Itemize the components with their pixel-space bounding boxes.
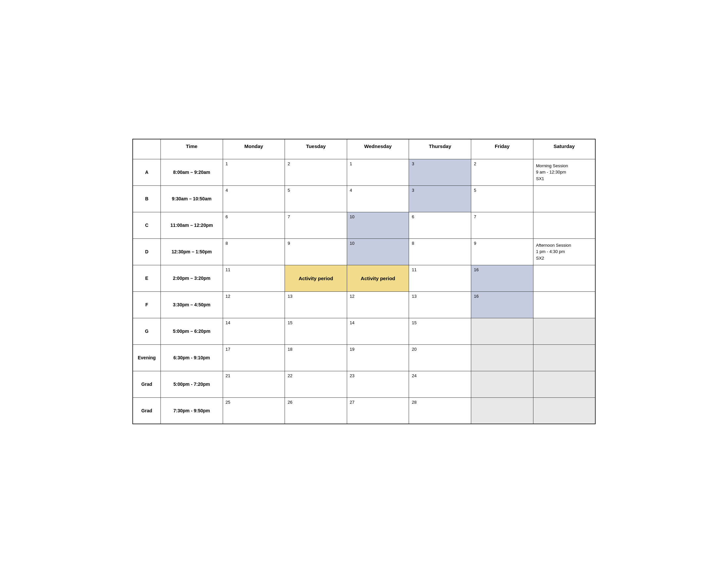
row-label: A	[133, 159, 160, 185]
cell-friday	[471, 345, 533, 371]
schedule-table: Time Monday Tuesday Wednesday Thursday F…	[132, 139, 596, 424]
cell-tuesday: 9	[285, 238, 347, 265]
table-row: E2:00pm – 3:20pm11Activity periodActivit…	[133, 265, 595, 292]
cell-wednesday: 10	[347, 212, 409, 238]
cell-wednesday: 10	[347, 238, 409, 265]
time-cell: 8:00am – 9:20am	[160, 159, 223, 185]
header-monday: Monday	[223, 139, 285, 159]
cell-tuesday: Activity period	[285, 265, 347, 292]
header-thursday: Thursday	[409, 139, 471, 159]
cell-thursday: 24	[409, 371, 471, 398]
cell-saturday: Morning Session9 am - 12:30pmSX1	[533, 159, 595, 185]
cell-monday: 11	[223, 265, 285, 292]
time-cell: 11:00am – 12:20pm	[160, 212, 223, 238]
row-label: Grad	[133, 371, 160, 398]
time-cell: 7:30pm - 9:50pm	[160, 398, 223, 424]
cell-monday: 17	[223, 345, 285, 371]
table-row: D12:30pm – 1:50pm891089Afternoon Session…	[133, 238, 595, 265]
table-row: C11:00am – 12:20pm671067	[133, 212, 595, 238]
cell-friday: 16	[471, 265, 533, 292]
row-label: Grad	[133, 398, 160, 424]
time-cell: 9:30am – 10:50am	[160, 185, 223, 212]
header-wednesday: Wednesday	[347, 139, 409, 159]
cell-friday: 2	[471, 159, 533, 185]
time-cell: 5:00pm - 7:20pm	[160, 371, 223, 398]
row-label: B	[133, 185, 160, 212]
row-label: E	[133, 265, 160, 292]
cell-monday: 8	[223, 238, 285, 265]
cell-tuesday: 22	[285, 371, 347, 398]
cell-thursday: 28	[409, 398, 471, 424]
cell-wednesday: 14	[347, 318, 409, 345]
header-saturday: Saturday	[533, 139, 595, 159]
cell-friday: 16	[471, 292, 533, 318]
table-row: B9:30am – 10:50am45435	[133, 185, 595, 212]
cell-thursday: 15	[409, 318, 471, 345]
cell-monday: 14	[223, 318, 285, 345]
cell-wednesday: Activity period	[347, 265, 409, 292]
table-row: Evening6:30pm - 9:10pm17181920	[133, 345, 595, 371]
cell-monday: 12	[223, 292, 285, 318]
cell-friday: 7	[471, 212, 533, 238]
header-row-label	[133, 139, 160, 159]
cell-tuesday: 26	[285, 398, 347, 424]
cell-thursday: 6	[409, 212, 471, 238]
row-label: C	[133, 212, 160, 238]
cell-monday: 1	[223, 159, 285, 185]
cell-saturday	[533, 185, 595, 212]
table-row: F3:30pm – 4:50pm1213121316	[133, 292, 595, 318]
cell-thursday: 3	[409, 185, 471, 212]
cell-tuesday: 5	[285, 185, 347, 212]
table-row: A8:00am – 9:20am12132Morning Session9 am…	[133, 159, 595, 185]
table-row: G5:00pm – 6:20pm14151415	[133, 318, 595, 345]
time-cell: 5:00pm – 6:20pm	[160, 318, 223, 345]
cell-wednesday: 1	[347, 159, 409, 185]
cell-friday	[471, 371, 533, 398]
cell-wednesday: 4	[347, 185, 409, 212]
row-label: F	[133, 292, 160, 318]
header-friday: Friday	[471, 139, 533, 159]
header-tuesday: Tuesday	[285, 139, 347, 159]
cell-monday: 25	[223, 398, 285, 424]
time-cell: 2:00pm – 3:20pm	[160, 265, 223, 292]
schedule-container: Time Monday Tuesday Wednesday Thursday F…	[132, 139, 596, 424]
time-cell: 12:30pm – 1:50pm	[160, 238, 223, 265]
cell-wednesday: 12	[347, 292, 409, 318]
cell-saturday	[533, 292, 595, 318]
header-time: Time	[160, 139, 223, 159]
time-cell: 6:30pm - 9:10pm	[160, 345, 223, 371]
table-row: Grad5:00pm - 7:20pm21222324	[133, 371, 595, 398]
cell-saturday	[533, 371, 595, 398]
cell-thursday: 8	[409, 238, 471, 265]
cell-wednesday: 23	[347, 371, 409, 398]
cell-thursday: 13	[409, 292, 471, 318]
header-row: Time Monday Tuesday Wednesday Thursday F…	[133, 139, 595, 159]
cell-saturday	[533, 212, 595, 238]
table-row: Grad7:30pm - 9:50pm25262728	[133, 398, 595, 424]
time-cell: 3:30pm – 4:50pm	[160, 292, 223, 318]
cell-saturday	[533, 345, 595, 371]
cell-friday: 9	[471, 238, 533, 265]
cell-friday: 5	[471, 185, 533, 212]
cell-monday: 6	[223, 212, 285, 238]
cell-tuesday: 7	[285, 212, 347, 238]
cell-saturday	[533, 398, 595, 424]
cell-wednesday: 19	[347, 345, 409, 371]
cell-thursday: 11	[409, 265, 471, 292]
cell-saturday: Afternoon Session1 pm - 4:30 pmSX2	[533, 238, 595, 265]
cell-thursday: 3	[409, 159, 471, 185]
cell-monday: 21	[223, 371, 285, 398]
cell-wednesday: 27	[347, 398, 409, 424]
row-label: D	[133, 238, 160, 265]
cell-tuesday: 2	[285, 159, 347, 185]
cell-tuesday: 13	[285, 292, 347, 318]
row-label: G	[133, 318, 160, 345]
cell-friday	[471, 318, 533, 345]
cell-saturday	[533, 318, 595, 345]
row-label: Evening	[133, 345, 160, 371]
cell-tuesday: 18	[285, 345, 347, 371]
cell-monday: 4	[223, 185, 285, 212]
cell-thursday: 20	[409, 345, 471, 371]
cell-tuesday: 15	[285, 318, 347, 345]
cell-saturday	[533, 265, 595, 292]
